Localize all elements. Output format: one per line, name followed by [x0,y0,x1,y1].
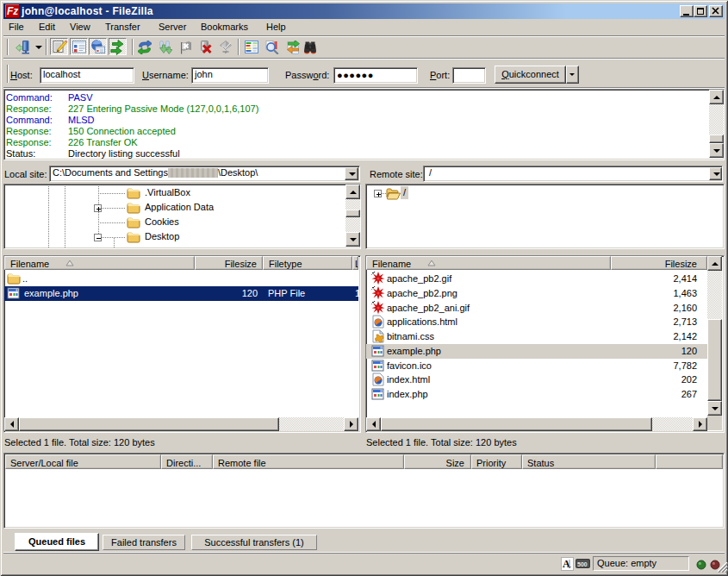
svg-text:500: 500 [577,561,588,567]
svg-text:Fz: Fz [7,5,18,17]
